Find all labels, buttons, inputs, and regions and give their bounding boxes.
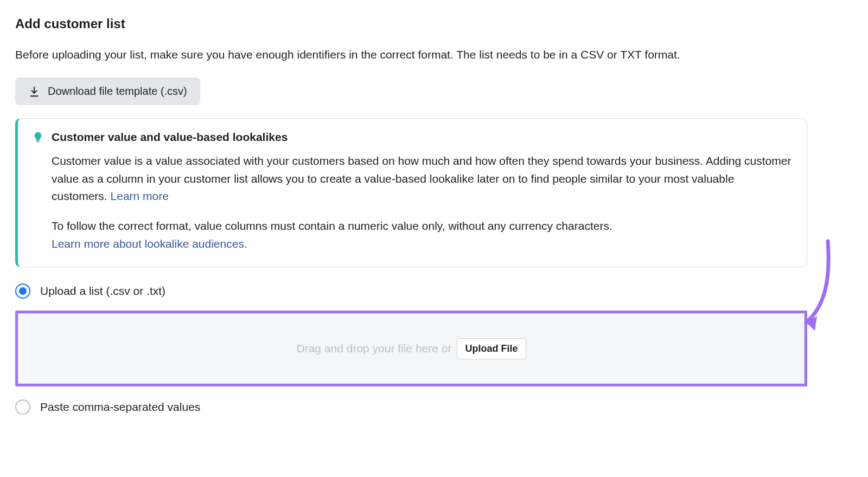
svg-rect-0 (36, 141, 40, 143)
upload-option-row: Upload a list (.csv or .txt) (15, 283, 807, 299)
lightbulb-icon (32, 131, 44, 143)
upload-file-button[interactable]: Upload File (457, 338, 526, 359)
paste-radio[interactable] (15, 399, 30, 415)
info-card: Customer value and value-based lookalike… (15, 118, 807, 267)
download-icon (28, 86, 40, 98)
svg-marker-1 (806, 316, 817, 331)
intro-text: Before uploading your list, make sure yo… (15, 47, 807, 62)
info-paragraph-1: Customer value is a value associated wit… (52, 152, 793, 205)
learn-more-link-1[interactable]: Learn more (111, 190, 169, 202)
download-template-label: Download file template (.csv) (48, 85, 187, 98)
radio-dot (19, 287, 27, 295)
info-paragraph-2: To follow the correct format, value colu… (52, 217, 793, 253)
dropzone-text: Drag and drop your file here or (296, 342, 451, 355)
download-template-button[interactable]: Download file template (.csv) (15, 78, 200, 105)
file-dropzone[interactable]: Drag and drop your file here or Upload F… (18, 313, 805, 384)
learn-more-link-2[interactable]: Learn more about lookalike audiences. (52, 237, 247, 250)
paste-option-label: Paste comma-separated values (40, 401, 200, 414)
paste-option-row: Paste comma-separated values (15, 399, 807, 415)
dropzone-highlight: Drag and drop your file here or Upload F… (15, 311, 807, 386)
page-title: Add customer list (15, 16, 807, 31)
info-card-title: Customer value and value-based lookalike… (52, 131, 288, 144)
upload-option-label: Upload a list (.csv or .txt) (40, 285, 165, 298)
upload-radio[interactable] (15, 283, 30, 299)
